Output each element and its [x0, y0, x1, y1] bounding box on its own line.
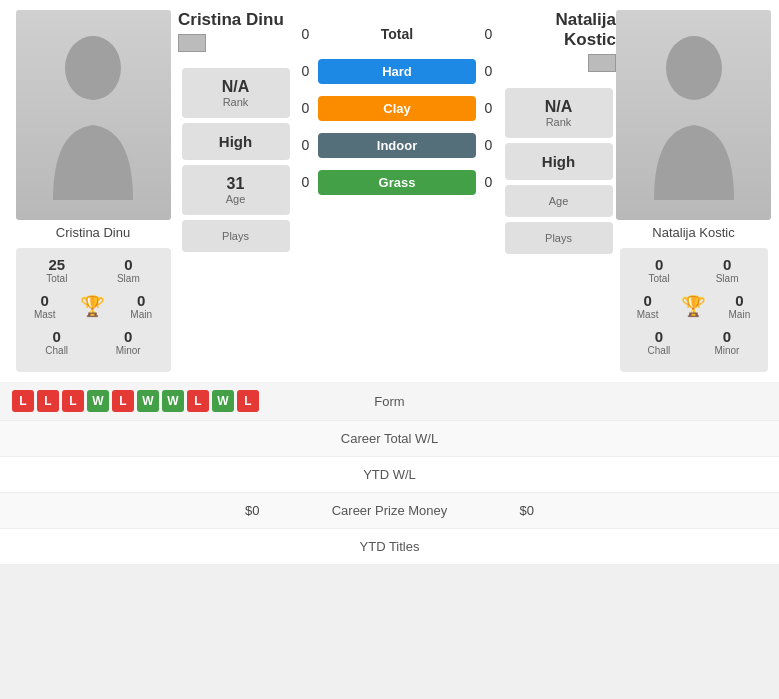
- left-trophy-icon: 🏆: [80, 294, 105, 318]
- left-player-photo: [16, 10, 171, 220]
- form-badge-l: L: [187, 390, 209, 412]
- left-stats-block: 25 Total 0 Slam 0 Mast 🏆 0: [16, 248, 171, 372]
- form-label: Form: [290, 394, 490, 409]
- right-rank-box: N/A Rank: [505, 88, 613, 138]
- right-stat-chall: 0 Chall: [648, 328, 671, 356]
- surface-block: 0 Total 0 0 Hard 0 0 Clay 0 0: [293, 18, 501, 203]
- left-flag: [178, 34, 206, 52]
- left-player-column: Cristina Dinu 25 Total 0 Slam 0: [8, 10, 178, 372]
- form-badge-w: W: [162, 390, 184, 412]
- right-player-photo: [616, 10, 771, 220]
- left-player-name-below-photo: Cristina Dinu: [56, 225, 130, 240]
- right-flag: [588, 54, 616, 72]
- form-badge-l: L: [62, 390, 84, 412]
- left-stat-minor: 0 Minor: [116, 328, 141, 356]
- left-high-box: High: [182, 123, 290, 160]
- career-prize-right: $0: [500, 503, 768, 518]
- ytd-wl-label: YTD W/L: [280, 467, 500, 482]
- career-prize-left: $0: [12, 503, 280, 518]
- surface-row-grass: 0 Grass 0: [293, 166, 501, 198]
- right-trophy-icon: 🏆: [681, 294, 706, 318]
- right-stat-minor: 0 Minor: [714, 328, 739, 356]
- surface-row-hard: 0 Hard 0: [293, 55, 501, 87]
- bottom-section: LLLWLWWLWL Form Career Total W/L YTD W/L…: [0, 382, 779, 565]
- ytd-titles-label: YTD Titles: [280, 539, 500, 554]
- form-badge-l: L: [112, 390, 134, 412]
- right-plays-box: Plays: [505, 222, 613, 254]
- right-stat-total: 0 Total: [649, 256, 670, 284]
- right-stat-slam: 0 Slam: [716, 256, 739, 284]
- ytd-wl-row: YTD W/L: [0, 457, 779, 493]
- form-badge-w: W: [137, 390, 159, 412]
- right-high-box: High: [505, 143, 613, 180]
- center-column: 0 Total 0 0 Hard 0 0 Clay 0 0: [293, 10, 501, 372]
- left-plays-box: Plays: [182, 220, 290, 252]
- form-badges: LLLWLWWLWL: [12, 390, 290, 412]
- career-prize-label: Career Prize Money: [280, 503, 500, 518]
- ytd-titles-row: YTD Titles: [0, 529, 779, 565]
- clay-button[interactable]: Clay: [318, 96, 476, 121]
- surface-row-clay: 0 Clay 0: [293, 92, 501, 124]
- surface-row-indoor: 0 Indoor 0: [293, 129, 501, 161]
- left-rank-box: N/A Rank: [182, 68, 290, 118]
- left-stat-chall: 0 Chall: [45, 328, 68, 356]
- left-age-box: 31 Age: [182, 165, 290, 215]
- left-player-title: Cristina Dinu: [178, 10, 293, 30]
- surface-row-total: 0 Total 0: [293, 18, 501, 50]
- right-player-name-below-photo: Natalija Kostic: [652, 225, 734, 240]
- right-stat-mast: 0 Mast: [637, 292, 659, 320]
- career-total-wl-label: Career Total W/L: [280, 431, 500, 446]
- right-stats-block: 0 Total 0 Slam 0 Mast 🏆 0: [620, 248, 768, 372]
- left-info-column: Cristina Dinu N/A Rank High 31 Age: [178, 10, 293, 372]
- left-player-silhouette: [43, 30, 143, 200]
- form-badge-w: W: [87, 390, 109, 412]
- form-row: LLLWLWWLWL Form: [0, 382, 779, 421]
- career-prize-row: $0 Career Prize Money $0: [0, 493, 779, 529]
- indoor-button[interactable]: Indoor: [318, 133, 476, 158]
- form-badge-l: L: [12, 390, 34, 412]
- svg-point-0: [65, 36, 121, 100]
- right-player-title: Natalija Kostic: [501, 10, 616, 50]
- right-player-silhouette: [644, 30, 744, 200]
- main-container: Cristina Dinu 25 Total 0 Slam 0: [0, 0, 779, 565]
- player-comparison: Cristina Dinu 25 Total 0 Slam 0: [0, 0, 779, 382]
- career-total-wl-row: Career Total W/L: [0, 421, 779, 457]
- grass-button[interactable]: Grass: [318, 170, 476, 195]
- right-player-column: Natalija Kostic 0 Total 0 Slam 0: [616, 10, 771, 372]
- right-stat-main: 0 Main: [729, 292, 751, 320]
- left-stat-total: 25 Total: [46, 256, 67, 284]
- left-stat-main: 0 Main: [130, 292, 152, 320]
- form-badge-l: L: [37, 390, 59, 412]
- right-age-box: Age: [505, 185, 613, 217]
- form-badge-l: L: [237, 390, 259, 412]
- hard-button[interactable]: Hard: [318, 59, 476, 84]
- form-badge-w: W: [212, 390, 234, 412]
- right-info-column: Natalija Kostic N/A Rank High Age Plays: [501, 10, 616, 372]
- svg-point-1: [666, 36, 722, 100]
- left-stat-mast: 0 Mast: [34, 292, 56, 320]
- left-stat-slam: 0 Slam: [117, 256, 140, 284]
